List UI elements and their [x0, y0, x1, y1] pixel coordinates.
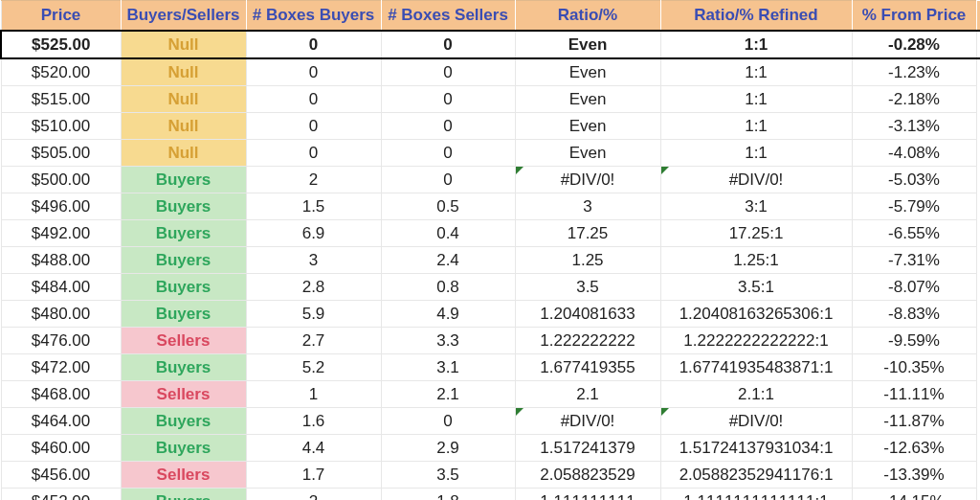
cell-from-price[interactable]: -3.13%: [852, 113, 976, 140]
cell-buyers-sellers[interactable]: Buyers: [121, 301, 246, 328]
cell-price[interactable]: $515.00: [1, 86, 121, 113]
cell-boxes-sellers[interactable]: 0: [381, 86, 515, 113]
cell-buyers-sellers[interactable]: Null: [121, 31, 246, 58]
cell-boxes-sellers[interactable]: 3.1: [381, 354, 515, 381]
cell-ratio[interactable]: 3.5: [515, 274, 660, 301]
cell-rr[interactable]: 3.5:1: [660, 274, 852, 301]
cell-boxes-buyers[interactable]: 1: [246, 381, 381, 408]
cell-ratio[interactable]: 3: [515, 193, 660, 220]
cell-ratio[interactable]: #DIV/0!: [515, 167, 660, 193]
cell-price[interactable]: $492.00: [1, 220, 121, 247]
table-row[interactable]: $515.00Null00Even1:1-2.18%: [1, 86, 980, 113]
cell-rr[interactable]: 2.1:1: [660, 381, 852, 408]
cell-ratio[interactable]: 1.222222222: [515, 328, 660, 354]
cell-boxes-buyers[interactable]: 0: [246, 140, 381, 167]
cell-boxes-sellers[interactable]: 1.8: [381, 489, 515, 501]
cell-rr[interactable]: 1:1: [660, 31, 852, 58]
cell-rr[interactable]: #DIV/0!: [660, 167, 852, 193]
cell-from-price[interactable]: -5.79%: [852, 193, 976, 220]
cell-boxes-buyers[interactable]: 5.2: [246, 354, 381, 381]
cell-buyers-sellers[interactable]: Buyers: [121, 408, 246, 435]
cell-buyers-sellers[interactable]: Sellers: [121, 462, 246, 489]
table-row[interactable]: $480.00Buyers5.94.91.2040816331.20408163…: [1, 301, 980, 328]
table-row[interactable]: $468.00Sellers12.12.12.1:1-11.11%: [1, 381, 980, 408]
table-row[interactable]: $484.00Buyers2.80.83.53.5:1-8.07%: [1, 274, 980, 301]
cell-rr[interactable]: 3:1: [660, 193, 852, 220]
cell-rr[interactable]: 1:1: [660, 58, 852, 86]
cell-from-price[interactable]: -12.63%: [852, 435, 976, 462]
cell-boxes-sellers[interactable]: 0.5: [381, 193, 515, 220]
col-boxes-sellers[interactable]: # Boxes Sellers: [381, 1, 515, 32]
cell-from-price[interactable]: -2.18%: [852, 86, 976, 113]
cell-from-price[interactable]: -14.15%: [852, 489, 976, 501]
cell-boxes-buyers[interactable]: 3: [246, 247, 381, 274]
cell-ratio[interactable]: 1.25: [515, 247, 660, 274]
cell-boxes-sellers[interactable]: 0: [381, 58, 515, 86]
cell-from-price[interactable]: -11.11%: [852, 381, 976, 408]
cell-price[interactable]: $505.00: [1, 140, 121, 167]
table-row[interactable]: $492.00Buyers6.90.417.2517.25:1-6.55%: [1, 220, 980, 247]
cell-ratio[interactable]: 1.204081633: [515, 301, 660, 328]
cell-boxes-sellers[interactable]: 0: [381, 31, 515, 58]
cell-boxes-sellers[interactable]: 2.4: [381, 247, 515, 274]
cell-rr[interactable]: 1.1111111111111:1: [660, 489, 852, 501]
cell-buyers-sellers[interactable]: Buyers: [121, 167, 246, 193]
cell-buyers-sellers[interactable]: Buyers: [121, 220, 246, 247]
cell-rr[interactable]: 1.2222222222222:1: [660, 328, 852, 354]
cell-price[interactable]: $520.00: [1, 58, 121, 86]
cell-from-price[interactable]: -13.39%: [852, 462, 976, 489]
col-ratio[interactable]: Ratio/%: [515, 1, 660, 32]
cell-ratio[interactable]: Even: [515, 58, 660, 86]
cell-boxes-buyers[interactable]: 1.5: [246, 193, 381, 220]
cell-buyers-sellers[interactable]: Null: [121, 58, 246, 86]
cell-price[interactable]: $476.00: [1, 328, 121, 354]
cell-buyers-sellers[interactable]: Sellers: [121, 381, 246, 408]
cell-boxes-sellers[interactable]: 0: [381, 140, 515, 167]
cell-boxes-sellers[interactable]: 0.8: [381, 274, 515, 301]
cell-ratio[interactable]: 1.517241379: [515, 435, 660, 462]
cell-rr[interactable]: 1:1: [660, 140, 852, 167]
table-row[interactable]: $505.00Null00Even1:1-4.08%: [1, 140, 980, 167]
cell-rr[interactable]: 1:1: [660, 113, 852, 140]
cell-buyers-sellers[interactable]: Buyers: [121, 435, 246, 462]
cell-boxes-buyers[interactable]: 0: [246, 31, 381, 58]
cell-buyers-sellers[interactable]: Buyers: [121, 274, 246, 301]
table-row[interactable]: $472.00Buyers5.23.11.6774193551.67741935…: [1, 354, 980, 381]
cell-ratio[interactable]: 17.25: [515, 220, 660, 247]
cell-rr[interactable]: 1.51724137931034:1: [660, 435, 852, 462]
cell-boxes-sellers[interactable]: 3.3: [381, 328, 515, 354]
cell-price[interactable]: $525.00: [1, 31, 121, 58]
cell-boxes-buyers[interactable]: 4.4: [246, 435, 381, 462]
cell-ratio[interactable]: Even: [515, 140, 660, 167]
col-buyers-sellers[interactable]: Buyers/Sellers: [121, 1, 246, 32]
col-price[interactable]: Price: [1, 1, 121, 32]
cell-rr[interactable]: 17.25:1: [660, 220, 852, 247]
cell-boxes-sellers[interactable]: 0: [381, 408, 515, 435]
cell-from-price[interactable]: -6.55%: [852, 220, 976, 247]
table-row[interactable]: $525.00Null00Even1:1-0.28%: [1, 31, 980, 58]
cell-from-price[interactable]: -9.59%: [852, 328, 976, 354]
table-row[interactable]: $510.00Null00Even1:1-3.13%: [1, 113, 980, 140]
cell-price[interactable]: $510.00: [1, 113, 121, 140]
cell-from-price[interactable]: -1.23%: [852, 58, 976, 86]
cell-boxes-sellers[interactable]: 2.1: [381, 381, 515, 408]
table-row[interactable]: $488.00Buyers32.41.251.25:1-7.31%: [1, 247, 980, 274]
cell-buyers-sellers[interactable]: Sellers: [121, 328, 246, 354]
cell-buyers-sellers[interactable]: Null: [121, 113, 246, 140]
cell-buyers-sellers[interactable]: Buyers: [121, 354, 246, 381]
cell-boxes-buyers[interactable]: 2.8: [246, 274, 381, 301]
table-row[interactable]: $496.00Buyers1.50.533:1-5.79%: [1, 193, 980, 220]
cell-boxes-sellers[interactable]: 2.9: [381, 435, 515, 462]
cell-buyers-sellers[interactable]: Buyers: [121, 489, 246, 501]
cell-ratio[interactable]: Even: [515, 113, 660, 140]
cell-boxes-buyers[interactable]: 0: [246, 86, 381, 113]
cell-from-price[interactable]: -4.08%: [852, 140, 976, 167]
cell-buyers-sellers[interactable]: Null: [121, 140, 246, 167]
table-row[interactable]: $476.00Sellers2.73.31.2222222221.2222222…: [1, 328, 980, 354]
cell-from-price[interactable]: -5.03%: [852, 167, 976, 193]
cell-boxes-sellers[interactable]: 3.5: [381, 462, 515, 489]
cell-boxes-sellers[interactable]: 0: [381, 167, 515, 193]
col-from-price[interactable]: % From Price: [852, 1, 976, 32]
cell-boxes-buyers[interactable]: 0: [246, 113, 381, 140]
cell-buyers-sellers[interactable]: Null: [121, 86, 246, 113]
